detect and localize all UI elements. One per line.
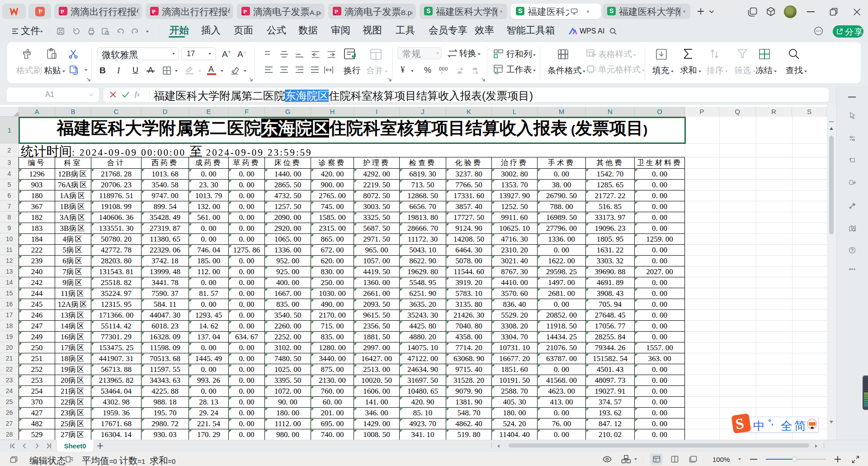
svg-text:→.0: →.0 <box>471 71 478 74</box>
svg-text:.00: .00 <box>457 71 462 74</box>
